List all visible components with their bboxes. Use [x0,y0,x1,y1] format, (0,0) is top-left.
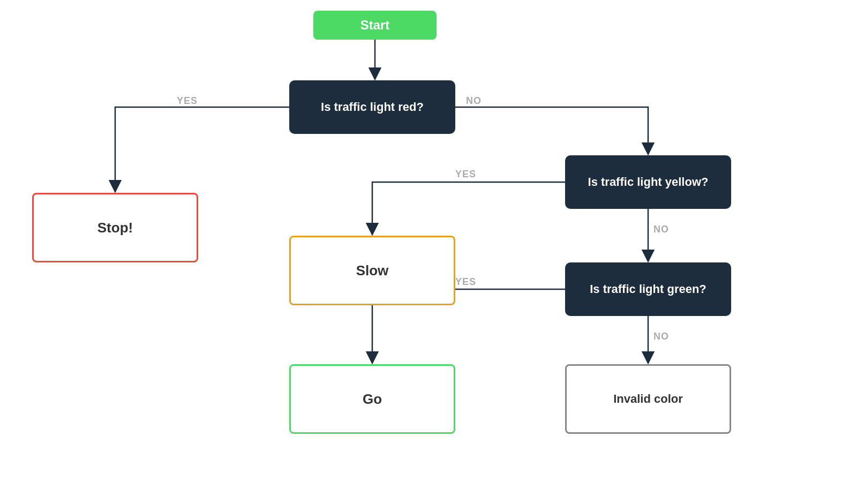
q1-label: Is traffic light red? [321,100,424,114]
yes2-label: YES [455,169,476,180]
invalid-label: Invalid color [613,392,683,406]
q3-node: Is traffic light green? [565,262,731,316]
yes1-label: YES [177,95,198,107]
invalid-node: Invalid color [565,364,731,434]
go-node: Go [289,364,455,434]
start-node: Start [313,11,437,40]
start-label: Start [360,18,390,33]
no1-label: NO [466,95,482,107]
flowchart-diagram: Start Is traffic light red? Is traffic l… [0,0,857,504]
no2-label: NO [653,224,669,235]
slow-node: Slow [289,236,455,305]
stop-label: Stop! [97,220,133,236]
go-label: Go [363,391,382,408]
yes3-label: YES [455,276,476,288]
stop-node: Stop! [32,193,198,262]
q3-label: Is traffic light green? [590,282,706,296]
q1-node: Is traffic light red? [289,80,455,134]
slow-label: Slow [356,262,389,279]
no3-label: NO [653,331,669,342]
q2-node: Is traffic light yellow? [565,155,731,209]
q2-label: Is traffic light yellow? [588,175,709,189]
